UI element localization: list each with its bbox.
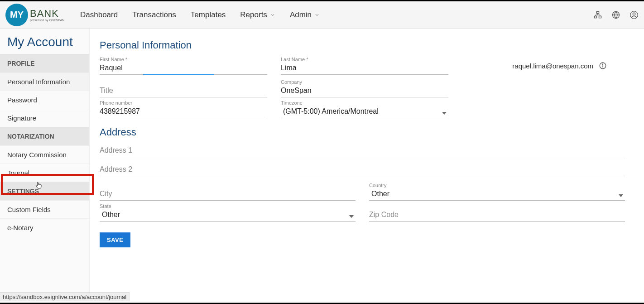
logo-text-wrap: BANK presented by ONESPAN (30, 8, 64, 22)
row-address1 (100, 145, 634, 157)
input-phone[interactable] (100, 106, 267, 118)
topbar: MY BANK presented by ONESPAN Dashboard T… (0, 1, 644, 29)
nav-templates[interactable]: Templates (191, 10, 226, 19)
row-city-country: Country (100, 183, 634, 201)
globe-icon[interactable] (611, 10, 620, 19)
label-city-spacer (100, 183, 356, 188)
label-zip-spacer (369, 203, 625, 209)
logo-text: BANK (30, 8, 64, 19)
chevron-down-icon (314, 12, 320, 18)
input-zip[interactable] (369, 209, 625, 222)
org-icon[interactable] (593, 10, 602, 19)
nav-admin[interactable]: Admin (290, 10, 320, 19)
field-address2 (100, 164, 625, 176)
label-company: Company (281, 79, 448, 85)
label-state: State (100, 203, 356, 209)
sidebar-header-settings: SETTINGS (0, 182, 89, 200)
label-timezone: Timezone (281, 100, 448, 106)
input-first-name[interactable] (100, 62, 267, 75)
sidebar-header-profile: PROFILE (0, 54, 89, 72)
user-icon[interactable] (630, 10, 639, 19)
main: My Account PROFILE Personal Information … (0, 29, 644, 301)
svg-point-13 (602, 64, 603, 64)
field-title (100, 79, 267, 97)
topbar-right (593, 10, 639, 19)
svg-rect-2 (599, 16, 601, 18)
chevron-down-icon (270, 12, 275, 18)
svg-point-10 (633, 13, 635, 15)
status-bar: https://sandbox.esignlive.com/a/account/… (0, 292, 130, 301)
input-state[interactable] (100, 209, 356, 222)
input-company[interactable] (281, 85, 448, 97)
sidebar-item-custom-fields[interactable]: Custom Fields (0, 200, 89, 218)
sidebar-item-password[interactable]: Password (0, 91, 89, 109)
row-state-zip: State (100, 203, 634, 222)
page-title: My Account (0, 29, 89, 54)
content: Personal Information First Name * Last N… (90, 29, 644, 301)
input-title[interactable] (100, 85, 267, 97)
row-name: First Name * Last Name * raquel.lima@one… (100, 57, 634, 75)
email-display: raquel.lima@onespan.com (512, 62, 607, 70)
label-first-name: First Name * (100, 57, 267, 62)
field-last-name: Last Name * (281, 57, 448, 75)
section-title-personal: Personal Information (100, 39, 634, 51)
label-phone: Phone number (100, 100, 267, 106)
row-address2 (100, 164, 634, 176)
row-title-company: Company (100, 79, 634, 97)
sidebar-header-notarization: NOTARIZATION (0, 127, 89, 145)
input-city[interactable] (100, 188, 356, 201)
label-title-spacer (100, 79, 267, 85)
nav-admin-label: Admin (290, 10, 312, 19)
field-city (100, 183, 356, 201)
sidebar-item-journal[interactable]: Journal (0, 164, 89, 182)
field-zip (369, 203, 625, 222)
field-phone: Phone number (100, 100, 267, 118)
input-last-name[interactable] (281, 62, 448, 75)
info-icon[interactable] (599, 62, 607, 70)
logo-subtext: presented by ONESPAN (30, 19, 64, 22)
field-company: Company (281, 79, 448, 97)
sidebar-item-personal-information[interactable]: Personal Information (0, 72, 89, 91)
field-state: State (100, 203, 356, 222)
nav-dashboard[interactable]: Dashboard (80, 10, 118, 19)
field-first-name: First Name * (100, 57, 267, 75)
nav-reports-label: Reports (240, 10, 267, 19)
nav-items: Dashboard Transactions Templates Reports… (80, 10, 320, 19)
sidebar: My Account PROFILE Personal Information … (0, 29, 90, 301)
sidebar-item-signature[interactable]: Signature (0, 109, 89, 127)
logo-circle: MY (5, 4, 28, 26)
label-country: Country (369, 183, 625, 188)
section-title-address: Address (100, 126, 634, 138)
sidebar-item-notary-commission[interactable]: Notary Commission (0, 145, 89, 164)
field-timezone: Timezone (281, 100, 448, 118)
input-address2[interactable] (100, 164, 625, 176)
svg-rect-1 (595, 16, 597, 18)
email-text: raquel.lima@onespan.com (512, 62, 593, 70)
save-button[interactable]: SAVE (100, 232, 130, 247)
field-address1 (100, 145, 625, 157)
input-country[interactable] (369, 188, 625, 201)
nav-reports[interactable]: Reports (240, 10, 275, 19)
nav-transactions[interactable]: Transactions (132, 10, 176, 19)
sidebar-item-e-notary[interactable]: e-Notary (0, 218, 89, 236)
svg-rect-0 (597, 11, 599, 13)
input-timezone[interactable] (281, 106, 448, 118)
logo[interactable]: MY BANK presented by ONESPAN (5, 4, 80, 26)
row-phone-tz: Phone number Timezone (100, 100, 634, 118)
input-address1[interactable] (100, 145, 625, 157)
field-country: Country (369, 183, 625, 201)
label-last-name: Last Name * (281, 57, 448, 62)
